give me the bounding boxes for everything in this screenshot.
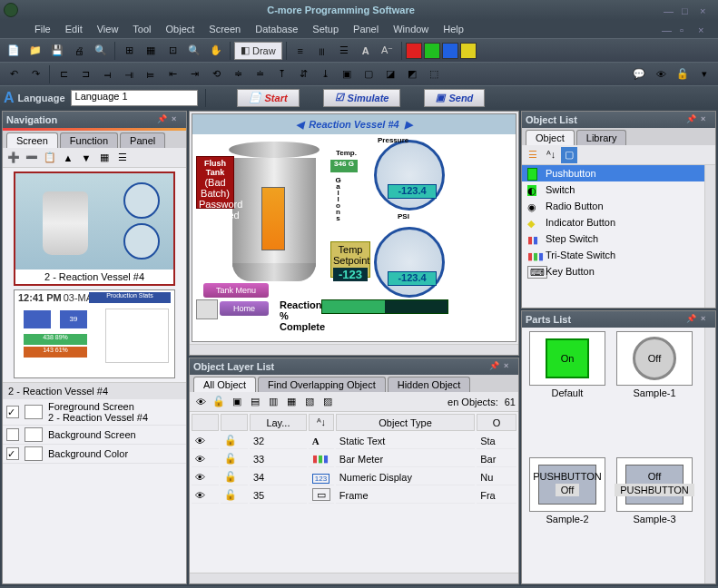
- layer-row[interactable]: ✓Background Color: [3, 445, 186, 464]
- backward-icon[interactable]: ◩: [402, 64, 422, 84]
- lock-all-icon[interactable]: 🔓: [211, 394, 227, 410]
- ol-btn4-icon[interactable]: ▦: [283, 394, 300, 410]
- menu-window[interactable]: Window: [386, 22, 436, 36]
- grid-icon[interactable]: ▦: [141, 41, 161, 61]
- table-row[interactable]: 👁🔓35▭FrameFra: [192, 487, 516, 504]
- tab-panel[interactable]: Panel: [120, 132, 165, 148]
- menu-database[interactable]: Database: [248, 22, 305, 36]
- minimize-icon[interactable]: —: [664, 5, 678, 15]
- flip-h-icon[interactable]: ⇤: [162, 64, 182, 84]
- tab-object[interactable]: Object: [526, 130, 575, 145]
- flip-v-icon[interactable]: ⇥: [184, 64, 204, 84]
- more-icon[interactable]: ▾: [694, 64, 714, 84]
- print-icon[interactable]: 🖨: [69, 41, 89, 61]
- nav-up-icon[interactable]: ▲: [60, 150, 76, 166]
- menu-view[interactable]: View: [90, 22, 126, 36]
- child-restore-icon[interactable]: ▫: [680, 24, 694, 34]
- front-icon[interactable]: ▣: [337, 64, 357, 84]
- magnify-icon[interactable]: 🔍: [184, 41, 204, 61]
- align-top-icon[interactable]: ⤒: [271, 64, 291, 84]
- screen-thumbnail[interactable]: 2 - Reaction Vessel #4: [14, 172, 175, 286]
- menu-object[interactable]: Object: [159, 22, 202, 36]
- eye-all-icon[interactable]: 👁: [192, 394, 209, 410]
- layer-checkbox[interactable]: ✓: [6, 406, 19, 418]
- home-button[interactable]: Home: [220, 301, 269, 316]
- open-icon[interactable]: 📁: [25, 41, 45, 61]
- pin-icon[interactable]: 📌: [157, 114, 168, 125]
- objlist-item[interactable]: Pushbutton: [522, 165, 704, 181]
- language-select[interactable]: Language 1: [71, 90, 198, 106]
- ol-view2-icon[interactable]: ▢: [561, 147, 577, 163]
- nav-list-icon[interactable]: ☰: [114, 150, 131, 166]
- eye-icon[interactable]: 👁: [651, 64, 671, 84]
- color-swatch[interactable]: [424, 43, 440, 59]
- objlist-item[interactable]: ⌨Key Button: [522, 263, 704, 279]
- nav-copy-icon[interactable]: 📋: [42, 150, 58, 166]
- menu-panel[interactable]: Panel: [346, 22, 386, 36]
- close-icon[interactable]: ×: [700, 5, 714, 15]
- align-cols-icon[interactable]: ⫼: [312, 41, 332, 61]
- ol-btn3-icon[interactable]: ▥: [265, 394, 281, 410]
- ol-btn5-icon[interactable]: ▧: [301, 394, 318, 410]
- zoom-icon[interactable]: 🔍: [91, 41, 111, 61]
- start-button[interactable]: 📄Start: [237, 89, 300, 107]
- group-icon[interactable]: ⊏: [54, 64, 74, 84]
- color-swatch[interactable]: [460, 43, 477, 59]
- align-left-icon[interactable]: ≡: [290, 41, 310, 61]
- menu-screen[interactable]: Screen: [202, 22, 248, 36]
- menu-tool[interactable]: Tool: [125, 22, 158, 36]
- tab-screen[interactable]: Screen: [6, 132, 58, 148]
- objlist-item[interactable]: ◉Radio Button: [522, 198, 704, 214]
- ol-btn-icon[interactable]: ▣: [229, 394, 245, 410]
- pin-icon[interactable]: 📌: [489, 361, 500, 372]
- objlist-scroll[interactable]: [704, 165, 715, 308]
- menu-edit[interactable]: Edit: [58, 22, 90, 36]
- menu-file[interactable]: File: [27, 22, 58, 36]
- ol-btn6-icon[interactable]: ▨: [320, 394, 336, 410]
- part-item[interactable]: PUSHBUTTONOffSample-2: [526, 457, 609, 580]
- table-row[interactable]: 👁🔓34123Numeric DisplayNu: [192, 469, 516, 485]
- undo-icon[interactable]: ↶: [4, 64, 24, 84]
- dist-v-icon[interactable]: ≐: [250, 64, 270, 84]
- redo-icon[interactable]: ↷: [25, 64, 45, 84]
- draw-button[interactable]: ◧Draw: [234, 42, 282, 60]
- color-swatch[interactable]: [406, 43, 422, 59]
- align-bot-icon[interactable]: ⤓: [315, 64, 335, 84]
- part-item[interactable]: OffPUSHBUTTONSample-3: [613, 457, 696, 580]
- lock-icon[interactable]: 🔓: [673, 64, 693, 84]
- nav-del-icon[interactable]: ➖: [24, 150, 40, 166]
- design-canvas[interactable]: ◀Reaction Vessel #4▶ Flush Tank (Bad Bat…: [192, 113, 516, 342]
- forward-icon[interactable]: ◪: [380, 64, 400, 84]
- nav-view-icon[interactable]: ▦: [96, 150, 113, 166]
- pin-icon[interactable]: 📌: [686, 114, 697, 125]
- dist-h-icon[interactable]: ≑: [228, 64, 248, 84]
- nav-down-icon[interactable]: ▼: [78, 150, 94, 166]
- snap-icon[interactable]: ⊞: [119, 41, 139, 61]
- pan-icon[interactable]: ✋: [206, 41, 226, 61]
- text-a-icon[interactable]: A: [356, 41, 376, 61]
- layer-checkbox[interactable]: [6, 428, 19, 441]
- nav-add-icon[interactable]: ➕: [5, 150, 22, 166]
- simulate-button[interactable]: ☑Simulate: [323, 89, 401, 107]
- layer-hscroll[interactable]: [190, 573, 518, 583]
- menu-help[interactable]: Help: [436, 22, 471, 36]
- table-row[interactable]: 👁🔓33▮▮▮Bar MeterBar: [192, 451, 516, 467]
- part-item[interactable]: OnDefault: [526, 331, 609, 454]
- size-icon[interactable]: ⬚: [424, 64, 444, 84]
- save-icon[interactable]: 💾: [47, 41, 67, 61]
- ol-sort-icon[interactable]: ᴬ↓: [543, 147, 559, 163]
- ungroup-icon[interactable]: ⊐: [75, 64, 95, 84]
- child-close-icon[interactable]: ×: [698, 24, 713, 34]
- tab-hidden[interactable]: Hidden Object: [388, 377, 471, 392]
- panel-close-icon[interactable]: ×: [701, 114, 712, 125]
- align-c-icon[interactable]: ⫣: [119, 64, 139, 84]
- pin-icon[interactable]: 📌: [686, 314, 697, 325]
- menu-setup[interactable]: Setup: [305, 22, 346, 36]
- parts-scroll[interactable]: [704, 328, 715, 583]
- tab-function[interactable]: Function: [60, 132, 118, 148]
- align-mid-icon[interactable]: ⇵: [293, 64, 313, 84]
- screen-thumbnail-2[interactable]: 12:41 PM 03-MAR-15 Production Stats 39 4…: [14, 289, 175, 378]
- tab-library[interactable]: Library: [576, 130, 627, 145]
- child-minimize-icon[interactable]: —: [662, 24, 676, 34]
- objlist-item[interactable]: ◐Switch: [522, 181, 704, 198]
